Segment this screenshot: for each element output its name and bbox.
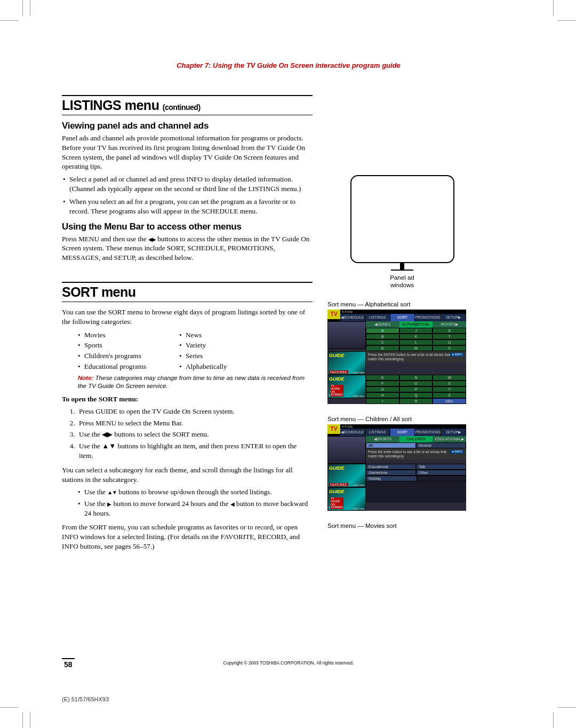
copyright: Copyright © 2003 TOSHIBA CORPORATION. Al… <box>62 660 515 666</box>
panel-ad-caption: Panel ad windows <box>327 274 477 289</box>
guide-word: GUIDE <box>329 376 345 382</box>
left-arrow-icon <box>230 500 235 508</box>
step-item: Use the ▲▼ buttons to highlight an item,… <box>77 441 313 461</box>
info-badge: ● INFO <box>450 450 464 454</box>
video-preview <box>327 436 366 464</box>
children-sort-screenshot: TV ● 8:00p ◀SCHEDULE LISTINGS SORT PROMO… <box>327 424 466 511</box>
cell: G <box>366 386 399 392</box>
subtab: ◀SPORTS <box>366 436 399 442</box>
time-label: 8:00p <box>345 310 353 313</box>
tab: PROMOTIONS <box>415 429 441 436</box>
using-label: USINGTV GUIDE ON SCREEN <box>329 394 338 397</box>
list-item: Variety <box>179 340 281 351</box>
bullet-item: When you select an ad for a program, you… <box>62 197 313 216</box>
subcat-bullets: Use the buttons to browse up/down throug… <box>78 487 313 518</box>
page-footer: 58 Copyright © 2003 TOSHIBA CORPORATION.… <box>62 658 515 669</box>
cell: L <box>399 339 433 345</box>
main-text-column: LISTINGS menu (continued) Viewing panel … <box>62 95 313 554</box>
category-col-2: News Variety Series Alphabetically <box>179 330 281 372</box>
figure-column: Panel ad windows Sort menu — Alphabetica… <box>327 95 477 554</box>
subhead-panel-ads: Viewing panel ads and channel ads <box>62 121 313 131</box>
cell: X <box>433 381 466 386</box>
side-ad-panel: GUIDE USINGTV GUIDE ON SCREEN •click her… <box>327 375 366 398</box>
tab: ◀SCHEDULE <box>340 314 365 321</box>
menu-tabs: ◀SCHEDULE LISTINGS SORT PROMOTIONS SETUP… <box>340 314 466 321</box>
cell: N <box>399 375 433 381</box>
menu-tabs: ◀SCHEDULE LISTINGS SORT PROMOTIONS SETUP… <box>340 429 466 436</box>
cell: F <box>366 381 399 386</box>
list-item: Movies <box>78 330 179 341</box>
tab-selected: SORT <box>390 429 415 436</box>
cell: Misc <box>433 398 466 404</box>
guide-word: GUIDE <box>329 465 345 471</box>
cell: S <box>433 328 466 334</box>
cell: Educational <box>366 464 416 470</box>
step-item: Use the ◀▶ buttons to select the SORT me… <box>77 430 313 439</box>
category-list: Movies Sports Children's programs Educat… <box>78 330 313 372</box>
info-badge: ● INFO <box>450 353 464 357</box>
cell: E <box>366 375 399 381</box>
cell: H <box>366 392 399 398</box>
side-ad-panel: GUIDE FEATURES •click here <box>327 464 366 487</box>
cell: V <box>433 345 466 351</box>
click-here: •click here <box>353 394 365 398</box>
para-panel-ads: Panel ads and channel ads provide promot… <box>62 133 313 171</box>
info-text: ● INFOPress the enter button to see a li… <box>366 448 466 460</box>
shot2-label: Sort menu — Children / All sort <box>327 416 477 422</box>
cell: Y <box>433 386 466 392</box>
cell: I <box>366 398 399 404</box>
note-text: These categories may change from time to… <box>78 375 305 389</box>
cell: O <box>399 381 433 386</box>
guide-word: GUIDE <box>329 353 345 358</box>
panel-ads-bullets: Select a panel ad or channel ad and pres… <box>62 175 313 216</box>
features-badge: FEATURES <box>329 483 348 486</box>
cell: Holiday <box>366 476 417 481</box>
info-text: ● INFOPress the ENTER button to see a li… <box>366 351 466 363</box>
text-fragment: button to move forward 24 hours and the <box>111 500 230 508</box>
cell: D <box>366 345 399 351</box>
side-ad-panel: GUIDE FEATURES •click here <box>327 351 366 375</box>
left-right-arrow-icon <box>148 235 156 243</box>
tab: PROMOTIONS <box>415 314 441 321</box>
subtab-selected: CHILDREN <box>399 436 433 442</box>
cell: W <box>433 375 466 381</box>
tv-screen-outline-icon <box>350 175 454 263</box>
tv-outline-figure: Panel ad windows <box>327 175 477 289</box>
click-here: •click here <box>353 371 365 374</box>
list-item: Series <box>179 351 281 361</box>
text-fragment: Use the <box>84 500 107 508</box>
note-label: Note: <box>78 375 93 381</box>
list-item: Alphabetically <box>179 361 281 372</box>
tab: LISTINGS <box>365 314 390 321</box>
list-item: Educational programs <box>78 361 179 372</box>
using-label: USINGTV GUIDE ON SCREEN <box>329 507 338 510</box>
step-item: Press MENU to select the Menu Bar. <box>77 418 313 428</box>
video-preview <box>327 321 366 349</box>
cell: A <box>366 328 399 334</box>
cell-selected: All <box>366 442 416 448</box>
title-text: LISTINGS menu <box>62 98 163 113</box>
tab: SETUP▶ <box>441 314 466 321</box>
subtab: ◀SERIES <box>366 321 399 328</box>
list-item: Children's programs <box>78 351 179 361</box>
tv-logo-icon: TV <box>327 424 340 434</box>
cell: Q <box>399 392 433 398</box>
bullet-item: Use the button to move forward 24 hours … <box>78 499 313 518</box>
cell: U <box>433 339 466 345</box>
cell <box>417 476 466 481</box>
cell: C <box>366 339 399 345</box>
text-fragment: Press MENU and then use the <box>62 235 148 243</box>
shot1-label: Sort menu — Alphabetical sort <box>327 301 477 307</box>
cell: Gameshow <box>366 470 416 476</box>
click-here: •click here <box>353 484 365 487</box>
text-fragment: buttons to browse up/down through the so… <box>117 488 271 496</box>
subtab-selected: ALPHABETICAL <box>399 321 433 328</box>
tab: ◀SCHEDULE <box>340 429 365 436</box>
guide-word: GUIDE <box>329 489 345 494</box>
alpha-grid-bottom: ENW FOX GPY HQZ IRMisc <box>366 375 466 404</box>
subtab: EDUCATIONAL▶ <box>433 436 466 442</box>
cell: R <box>399 398 433 404</box>
cell: J <box>399 328 433 334</box>
click-here: •click here <box>353 507 365 510</box>
cell: T <box>433 334 466 339</box>
